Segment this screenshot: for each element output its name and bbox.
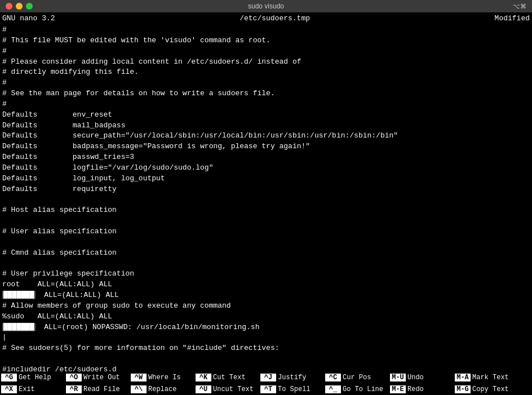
line-32 [2, 354, 530, 365]
key-ctrl-r: ^R [66, 385, 82, 393]
label-copy-text: Copy Text [472, 385, 509, 393]
label-exit: Exit [19, 385, 35, 393]
close-button[interactable] [6, 3, 12, 10]
shortcut-justify[interactable]: ^J Justify [259, 371, 324, 383]
line-8: # [2, 99, 530, 110]
line-30 [2, 332, 530, 343]
key-ctrl-x: ^X [1, 385, 17, 393]
line-26: ███████ ALL=(ALL:ALL) ALL [2, 290, 530, 301]
maximize-button[interactable] [26, 3, 33, 10]
shortcut-uncut-text[interactable]: ^U Uncut Text [194, 383, 259, 395]
nano-topbar: GNU nano 3.2 /etc/sudoers.tmp Modified [0, 12, 532, 24]
shortcut-go-to-line[interactable]: ^_ Go To Line [324, 383, 389, 395]
label-to-spell: To Spell [278, 385, 311, 393]
editor-area[interactable]: # # This file MUST be edited with the 'v… [0, 24, 532, 371]
line-6: # [2, 78, 530, 88]
label-cut-text: Cut Text [213, 374, 246, 381]
key-ctrl-k: ^K [196, 374, 211, 381]
line-5: # directly modifying this file. [2, 67, 530, 78]
label-justify: Justify [278, 374, 306, 381]
key-ctrl-backslash: ^\ [131, 385, 147, 393]
line-15: Defaults log_input, log_output [2, 174, 530, 184]
shortcut-where-is[interactable]: ^W Where Is [130, 371, 194, 383]
key-ctrl-o: ^O [66, 374, 82, 381]
line-27: # Allow members of group sudo to execute… [2, 301, 530, 312]
label-write-out: Write Out [83, 374, 120, 381]
key-m-e: M-E [390, 385, 406, 393]
shortcut-cut-text[interactable]: ^K Cut Text [194, 371, 259, 383]
line-11: Defaults secure_path="/usr/local/sbin:/u… [2, 131, 530, 141]
title-right-hint: ⌥⌘ [513, 3, 526, 10]
line-17 [2, 195, 530, 206]
window-controls[interactable] [6, 3, 33, 10]
line-2: # This file MUST be edited with the 'vis… [2, 35, 530, 46]
label-get-help: Get Help [19, 374, 51, 381]
line-9: Defaults env_reset [2, 110, 530, 121]
line-31: # See sudoers(5) for more information on… [2, 343, 530, 354]
titlebar: sudo visudo ⌥⌘ [0, 0, 532, 12]
label-mark-text: Mark Text [472, 374, 509, 381]
shortcut-redo[interactable]: M-E Redo [389, 383, 454, 395]
line-13: Defaults passwd_tries=3 [2, 152, 530, 163]
line-22: # Cmnd alias specification [2, 248, 530, 259]
line-21 [2, 237, 530, 248]
shortcut-row-1: ^G Get Help ^O Write Out ^W Where Is ^K … [0, 371, 532, 383]
label-cur-pos: Cur Pos [343, 374, 371, 381]
shortcut-write-out[interactable]: ^O Write Out [65, 371, 130, 383]
label-redo: Redo [407, 385, 424, 393]
line-7: # See the man page for details on how to… [2, 88, 530, 99]
nano-version: GNU nano 3.2 [2, 14, 55, 23]
shortcut-mark-text[interactable]: M-A Mark Text [454, 371, 518, 383]
line-14: Defaults logfile="/var/log/sudo/sudo.log… [2, 163, 530, 174]
line-29: ███████ ALL=(root) NOPASSWD: /usr/local/… [2, 322, 530, 333]
key-ctrl-j: ^J [260, 374, 276, 381]
window-title: sudo visudo [248, 2, 284, 10]
key-ctrl-w: ^W [131, 374, 147, 381]
nano-modified: Modified [495, 14, 530, 23]
minimize-button[interactable] [16, 3, 23, 10]
shortcut-copy-text[interactable]: M-G Copy Text [454, 383, 518, 395]
shortcut-read-file[interactable]: ^R Read File [65, 383, 130, 395]
line-24: # User privilege specification [2, 269, 530, 279]
line-16: Defaults requiretty [2, 184, 530, 195]
line-10: Defaults mail_badpass [2, 121, 530, 131]
key-ctrl-c: ^C [325, 374, 341, 381]
shortcut-get-help[interactable]: ^G Get Help [0, 371, 65, 383]
key-m-g: M-G [455, 385, 471, 393]
statusbar: ^G Get Help ^O Write Out ^W Where Is ^K … [0, 371, 532, 395]
line-23 [2, 259, 530, 269]
line-18: # Host alias specification [2, 205, 530, 216]
line-28: %sudo ALL=(ALL:ALL) ALL [2, 312, 530, 322]
shortcut-undo[interactable]: M-U Undo [389, 371, 454, 383]
label-where-is: Where Is [148, 374, 181, 381]
line-12: Defaults badpass_message="Password is wr… [2, 141, 530, 152]
line-33: #includedir /etc/sudoers.d [2, 365, 530, 371]
key-ctrl-underscore: ^_ [325, 385, 341, 393]
line-4: # Please consider adding local content i… [2, 57, 530, 68]
label-uncut-text: Uncut Text [213, 385, 254, 393]
label-go-to-line: Go To Line [343, 385, 383, 393]
line-20: # User alias specification [2, 227, 530, 237]
line-19 [2, 216, 530, 227]
line-3: # [2, 46, 530, 57]
shortcut-replace[interactable]: ^\ Replace [130, 383, 194, 395]
shortcut-exit[interactable]: ^X Exit [0, 383, 65, 395]
key-ctrl-u: ^U [196, 385, 211, 393]
shortcut-row-2: ^X Exit ^R Read File ^\ Replace ^U Uncut… [0, 383, 532, 395]
label-replace: Replace [148, 385, 176, 393]
shortcut-to-spell[interactable]: ^T To Spell [259, 383, 324, 395]
key-m-u: M-U [390, 374, 406, 381]
line-1: # [2, 25, 530, 35]
label-undo: Undo [407, 374, 424, 381]
line-25: root ALL=(ALL:ALL) ALL [2, 279, 530, 290]
key-ctrl-t: ^T [260, 385, 276, 393]
label-read-file: Read File [83, 385, 120, 393]
key-ctrl-g: ^G [1, 374, 17, 381]
nano-filename: /etc/sudoers.tmp [240, 14, 310, 23]
key-m-a: M-A [455, 374, 471, 381]
shortcut-cur-pos[interactable]: ^C Cur Pos [324, 371, 389, 383]
